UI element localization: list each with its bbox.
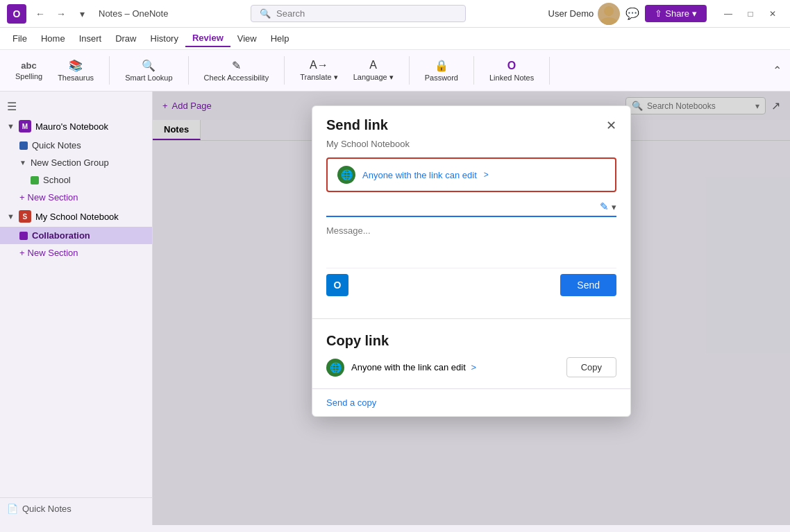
ribbon-smart-lookup[interactable]: 🔍 Smart Lookup <box>118 56 179 85</box>
email-row: ✎ ▾ <box>326 200 616 217</box>
ribbon-group-accessibility: ✎ Check Accessibility <box>197 56 285 85</box>
search-input[interactable] <box>276 8 457 19</box>
onenote-logo: O <box>7 4 26 24</box>
password-icon: 🔒 <box>435 59 448 72</box>
modal-overlay: Send link ✕ My School Notebook 🌐 Anyone … <box>153 92 790 525</box>
sidebar-toggle[interactable]: ☰ <box>0 97 152 116</box>
permission-row[interactable]: 🌐 Anyone with the link can edit > <box>326 157 616 192</box>
svg-point-0 <box>604 6 614 16</box>
page-icon: 📄 <box>7 504 18 514</box>
ribbon-thesaurus[interactable]: 📚 Thesaurus <box>51 56 101 85</box>
window-controls: — □ ✕ <box>718 6 783 22</box>
close-button[interactable]: ✕ <box>762 6 783 22</box>
ribbon-collapse-button[interactable]: ⌃ <box>773 64 782 77</box>
modal-close-button[interactable]: ✕ <box>606 118 616 133</box>
notebook-mauros[interactable]: ▼ M Mauro's Notebook <box>0 116 152 137</box>
content-area: + Add Page 🔍 ▾ ↗ Notes Send link ✕ <box>153 92 790 525</box>
language-icon: A <box>369 59 377 71</box>
sidebar-new-section-school[interactable]: + New Section <box>0 244 152 261</box>
accessibility-icon: ✎ <box>232 59 241 72</box>
message-textarea[interactable] <box>326 225 616 260</box>
menu-review[interactable]: Review <box>185 30 230 47</box>
main-layout: ☰ ▼ M Mauro's Notebook Quick Notes ▼ New… <box>0 92 790 525</box>
ribbon-translate[interactable]: A→ Translate ▾ <box>293 56 345 85</box>
dropdown-icon-btn[interactable]: ▾ <box>612 202 616 212</box>
sidebar: ☰ ▼ M Mauro's Notebook Quick Notes ▼ New… <box>0 92 153 525</box>
new-section-label: New Section <box>28 192 78 203</box>
ribbon-group-password: 🔒 Password <box>418 56 474 85</box>
copy-button[interactable]: Copy <box>566 357 616 377</box>
menubar: File Home Insert Draw History Review Vie… <box>0 28 790 50</box>
smart-lookup-icon: 🔍 <box>142 59 156 72</box>
send-copy-link[interactable]: Send a copy <box>326 397 376 408</box>
sidebar-item-label: School <box>43 175 71 185</box>
hamburger-icon: ☰ <box>7 100 17 113</box>
ribbon-language[interactable]: A Language ▾ <box>346 56 401 85</box>
ribbon-linked-notes[interactable]: O Linked Notes <box>482 57 541 85</box>
share-dropdown-icon: ▾ <box>692 8 697 19</box>
sidebar-bottom-quick-notes[interactable]: 📄 Quick Notes <box>0 497 152 520</box>
search-icon: 🔍 <box>260 8 271 19</box>
modal-header: Send link ✕ <box>312 106 630 139</box>
menu-history[interactable]: History <box>144 31 185 46</box>
copy-globe-icon: 🌐 <box>326 359 344 377</box>
user-info: User Demo <box>548 3 621 25</box>
ribbon-password[interactable]: 🔒 Password <box>418 56 465 85</box>
sidebar-item-label: New Section Group <box>31 157 109 168</box>
send-button[interactable]: Send <box>560 274 616 296</box>
email-icons: ✎ ▾ <box>600 200 616 213</box>
ribbon-check-accessibility[interactable]: ✎ Check Accessibility <box>197 56 276 85</box>
notebook-myschool[interactable]: ▼ S My School Notebook <box>0 206 152 227</box>
ribbon-group-research: 🔍 Smart Lookup <box>118 56 188 85</box>
avatar <box>598 3 620 25</box>
chevron-down-icon: ▼ <box>7 122 15 130</box>
sidebar-item-quick-notes-mauros[interactable]: Quick Notes <box>0 137 152 154</box>
translate-icon: A→ <box>310 59 328 71</box>
thesaurus-icon: 📚 <box>69 59 83 72</box>
copy-permission-arrow: > <box>471 362 476 372</box>
sidebar-new-section-mauros[interactable]: + New Section <box>0 189 152 206</box>
sidebar-item-school[interactable]: School <box>0 171 152 189</box>
share-button[interactable]: ⇧ Share ▾ <box>645 5 707 22</box>
search-bar[interactable]: 🔍 <box>251 5 466 22</box>
sidebar-item-label-collab: Collaboration <box>32 230 90 241</box>
notebook-label-mauros: Mauro's Notebook <box>35 121 108 132</box>
sidebar-bottom-label: Quick Notes <box>22 504 72 514</box>
user-name: User Demo <box>548 8 594 19</box>
permission-label: Anyone with the link can edit <box>362 170 477 180</box>
modal-subtitle: My School Notebook <box>312 139 630 157</box>
copy-permission-label: Anyone with the link can edit > <box>351 362 476 372</box>
send-row: O Send <box>326 268 616 302</box>
notebook-label-school: My School Notebook <box>35 212 119 222</box>
copy-row: 🌐 Anyone with the link can edit > Copy <box>326 357 616 377</box>
sidebar-item-collaboration[interactable]: Collaboration <box>0 227 152 244</box>
cortana-button[interactable]: 💬 <box>625 7 639 20</box>
outlook-icon: O <box>326 274 348 296</box>
window-controls-left: ← → ▾ <box>32 6 90 22</box>
ribbon-spelling[interactable]: abc Spelling <box>8 58 49 83</box>
linked-notes-icon: O <box>507 60 516 72</box>
maximize-button[interactable]: □ <box>740 6 761 22</box>
back-button[interactable]: ← <box>32 6 49 22</box>
menu-view[interactable]: View <box>230 31 264 46</box>
menu-help[interactable]: Help <box>264 31 296 46</box>
titlebar-right: User Demo 💬 ⇧ Share ▾ — □ ✕ <box>548 3 783 25</box>
menu-home[interactable]: Home <box>34 31 72 46</box>
pencil-icon-btn[interactable]: ✎ <box>600 200 609 213</box>
email-input[interactable] <box>326 202 594 212</box>
globe-icon: 🌐 <box>337 166 355 184</box>
spelling-icon: abc <box>21 60 36 71</box>
new-section-label-school: New Section <box>28 248 78 258</box>
section-icon-school <box>31 176 39 185</box>
modal-divider <box>312 318 630 319</box>
notebook-icon-school: S <box>19 210 31 223</box>
sidebar-item-new-section-group[interactable]: ▼ New Section Group <box>0 154 152 171</box>
dropdown-button[interactable]: ▾ <box>74 6 90 22</box>
forward-button[interactable]: → <box>53 6 69 22</box>
copy-title: Copy link <box>326 333 616 349</box>
minimize-button[interactable]: — <box>718 6 739 22</box>
menu-file[interactable]: File <box>6 31 34 46</box>
menu-draw[interactable]: Draw <box>108 31 143 46</box>
menu-insert[interactable]: Insert <box>72 31 109 46</box>
ribbon-group-spelling: abc Spelling 📚 Thesaurus <box>8 56 110 85</box>
